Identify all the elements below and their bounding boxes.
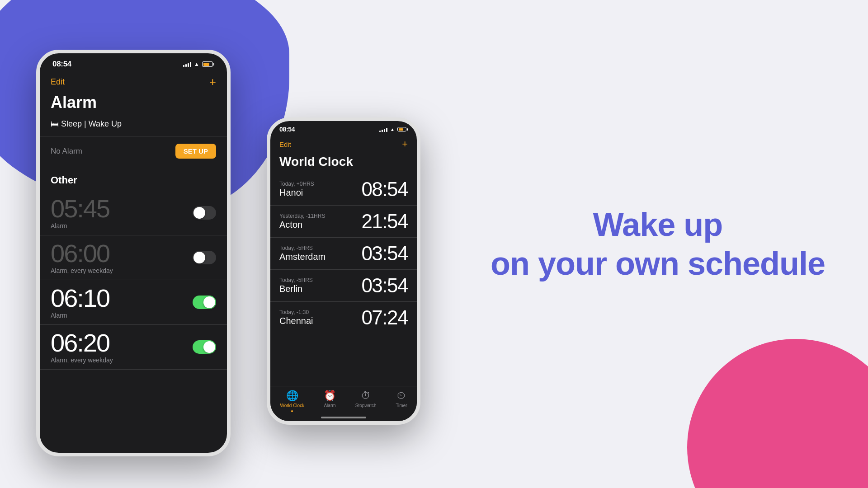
other-section-title: Other xyxy=(40,166,227,191)
wc-time-amsterdam: 03:54 xyxy=(361,242,408,265)
wc-status-bar: 08:54 ▲ xyxy=(270,121,417,136)
wc-item-berlin: Today, -5HRS Berlin 03:54 xyxy=(270,270,417,302)
home-indicator xyxy=(321,417,366,418)
alarm-status-time: 08:54 xyxy=(52,60,71,69)
no-alarm-row: No Alarm SET UP xyxy=(40,136,227,166)
wc-status-icons: ▲ xyxy=(379,127,408,132)
alarm-page-title: Alarm xyxy=(40,93,227,119)
alarm-status-bar: 08:54 ▲ xyxy=(40,53,227,72)
alarm-header: Edit + xyxy=(40,72,227,93)
phone-alarm-mockup: 08:54 ▲ Edit + xyxy=(36,50,231,456)
alarm-toggle-3[interactable] xyxy=(193,340,216,354)
timer-tab-label: Timer xyxy=(396,403,407,408)
wc-edit-button[interactable]: Edit xyxy=(279,141,291,148)
alarm-label-3: Alarm, every weekday xyxy=(51,357,113,364)
wc-battery-icon xyxy=(397,127,408,131)
wifi-icon: ▲ xyxy=(194,61,199,67)
wc-time-chennai: 07:24 xyxy=(361,306,408,329)
tab-world-clock[interactable]: 🌐 World Clock xyxy=(280,390,304,412)
wc-offset-berlin: Today, -5HRS xyxy=(279,277,361,283)
alarm-edit-button[interactable]: Edit xyxy=(51,77,65,87)
alarm-item-1: 06:00 Alarm, every weekday xyxy=(40,235,227,280)
wc-city-chennai: Chennai xyxy=(279,316,361,326)
wc-time-hanoi: 08:54 xyxy=(361,178,408,201)
alarm-toggle-0[interactable] xyxy=(193,206,216,220)
wc-signal-icon xyxy=(379,127,387,132)
alarm-label-2: Alarm xyxy=(51,312,109,319)
alarm-tab-icon: ⏰ xyxy=(324,390,336,402)
alarm-time-2: 06:10 xyxy=(51,286,109,311)
wc-time-acton: 21:54 xyxy=(361,210,408,233)
stopwatch-tab-label: Stopwatch xyxy=(355,403,377,408)
stopwatch-tab-icon: ⏱ xyxy=(361,390,371,402)
alarm-item-3: 06:20 Alarm, every weekday xyxy=(40,325,227,370)
wc-wifi-icon: ▲ xyxy=(390,127,395,132)
wc-page-title: World Clock xyxy=(270,155,417,174)
alarm-status-icons: ▲ xyxy=(183,61,214,67)
wc-add-button[interactable]: + xyxy=(402,138,408,150)
alarm-time-3: 06:20 xyxy=(51,330,113,356)
hero-line1: Wake up xyxy=(491,205,825,244)
alarm-toggle-2[interactable] xyxy=(193,296,216,309)
wc-city-acton: Acton xyxy=(279,220,361,230)
wc-offset-acton: Yesterday, -11HRS xyxy=(279,213,361,219)
alarm-item-2: 06:10 Alarm xyxy=(40,280,227,325)
alarm-time-1: 06:00 xyxy=(51,241,113,266)
wc-time-berlin: 03:54 xyxy=(361,274,408,297)
tab-bar: 🌐 World Clock ⏰ Alarm ⏱ Stopwatch ⏲ Time… xyxy=(270,386,417,421)
wc-offset-chennai: Today, -1:30 xyxy=(279,309,361,315)
sleep-section: 🛏 Sleep | Wake Up xyxy=(40,119,227,136)
tab-active-indicator xyxy=(291,410,293,412)
hero-text-section: Wake up on your own schedule xyxy=(457,205,832,283)
hero-text: Wake up on your own schedule xyxy=(491,205,825,283)
world-clock-tab-label: World Clock xyxy=(280,403,304,408)
alarm-tab-label: Alarm xyxy=(324,403,335,408)
main-container: 08:54 ▲ Edit + xyxy=(0,0,868,488)
wc-offset-hanoi: Today, +0HRS xyxy=(279,181,361,187)
wc-item-acton: Yesterday, -11HRS Acton 21:54 xyxy=(270,206,417,238)
wc-city-berlin: Berlin xyxy=(279,284,361,294)
phone-worldclock-mockup: 08:54 ▲ Edit + xyxy=(267,117,420,425)
tab-timer[interactable]: ⏲ Timer xyxy=(396,390,407,412)
wc-offset-amsterdam: Today, -5HRS xyxy=(279,245,361,251)
tab-alarm[interactable]: ⏰ Alarm xyxy=(324,390,336,412)
world-clock-tab-icon: 🌐 xyxy=(286,390,298,402)
alarm-time-0: 05:45 xyxy=(51,196,109,221)
wc-city-amsterdam: Amsterdam xyxy=(279,252,361,262)
wc-item-amsterdam: Today, -5HRS Amsterdam 03:54 xyxy=(270,238,417,270)
wc-status-time: 08:54 xyxy=(279,126,295,133)
no-alarm-text: No Alarm xyxy=(51,147,82,156)
alarm-label-1: Alarm, every weekday xyxy=(51,267,113,274)
alarm-label-0: Alarm xyxy=(51,222,109,230)
wc-item-hanoi: Today, +0HRS Hanoi 08:54 xyxy=(270,174,417,206)
signal-icon xyxy=(183,61,191,67)
tab-stopwatch[interactable]: ⏱ Stopwatch xyxy=(355,390,377,412)
hero-line2: on your own schedule xyxy=(491,244,825,283)
wc-header: Edit + xyxy=(270,136,417,155)
setup-button[interactable]: SET UP xyxy=(175,144,216,159)
wc-city-hanoi: Hanoi xyxy=(279,188,361,198)
alarm-add-button[interactable]: + xyxy=(209,76,216,88)
alarm-item-0: 05:45 Alarm xyxy=(40,191,227,235)
sleep-label: 🛏 Sleep | Wake Up xyxy=(51,119,216,129)
timer-tab-icon: ⏲ xyxy=(396,390,406,402)
wc-item-chennai: Today, -1:30 Chennai 07:24 xyxy=(270,302,417,333)
battery-icon xyxy=(202,61,214,67)
alarm-toggle-1[interactable] xyxy=(193,251,216,264)
